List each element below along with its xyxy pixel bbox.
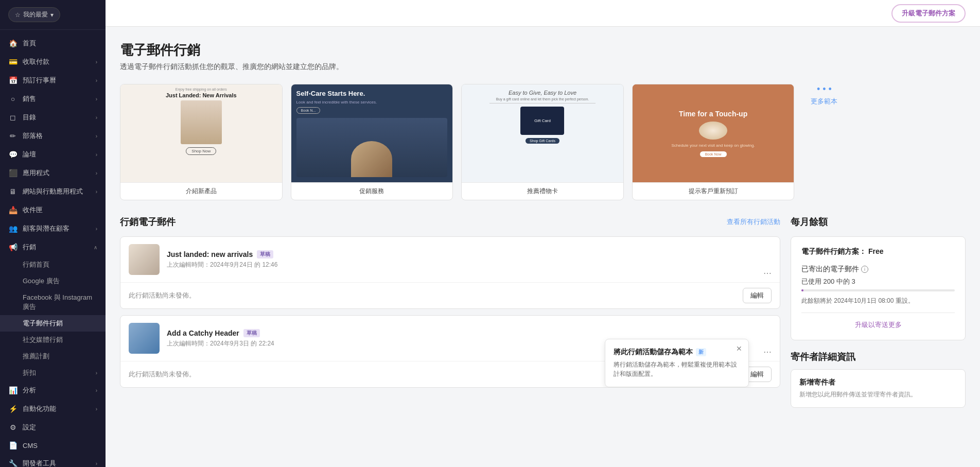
more-templates-link[interactable]: 更多範本	[811, 97, 837, 105]
sidebar-item-discounts[interactable]: 折扣›	[0, 365, 106, 381]
sidebar-item-label: 目錄	[23, 113, 36, 122]
sidebar-item-forum[interactable]: 💬 論壇 ›	[0, 145, 106, 164]
cms-icon: 📄	[8, 441, 18, 449]
upgrade-email-plan-button[interactable]: 升級電子郵件方案	[891, 4, 966, 23]
campaign-edit-button-1[interactable]: 編輯	[743, 288, 772, 303]
sidebar-item-label: 部落格	[23, 131, 43, 141]
sidebar-item-label: 網站與行動應用程式	[23, 187, 83, 196]
favorites-button[interactable]: ☆ 我的最愛 ▾	[8, 7, 60, 22]
sidebar-item-label: 論壇	[23, 150, 36, 159]
upgrade-link[interactable]: 升級以寄送更多	[801, 320, 955, 330]
sidebar-item-label: 行銷	[23, 243, 36, 252]
sidebar-item-label: CMS	[23, 442, 38, 449]
campaign-thumb-2	[129, 323, 160, 354]
template-card-self-care[interactable]: Self-Care Starts Here. Look and feel inc…	[291, 84, 453, 200]
sidebar-item-automation[interactable]: ⚡ 自動化功能 ›	[0, 400, 106, 418]
chevron-right-icon: ›	[96, 461, 97, 466]
template-card-new-arrivals[interactable]: Enjoy free shipping on all orders Just L…	[120, 84, 283, 200]
forum-icon: 💬	[8, 150, 18, 159]
template-preview-new-arrivals: Enjoy free shipping on all orders Just L…	[120, 84, 282, 182]
more-templates-link-container: • • • 更多範本	[802, 84, 846, 106]
preview-button-2[interactable]: 預覽	[355, 135, 388, 152]
info-icon[interactable]: i	[861, 266, 868, 273]
sidebar-item-referral[interactable]: 推薦計劃	[0, 348, 106, 365]
quota-progress-bar-fill	[801, 289, 803, 291]
use-template-button-4[interactable]: 使用範本	[691, 114, 736, 131]
sidebar-item-settings[interactable]: ⚙ 設定	[0, 418, 106, 437]
new-sender-title: 新增寄件者	[799, 378, 957, 387]
template-preview-self-care: Self-Care Starts Here. Look and feel inc…	[291, 84, 453, 182]
sidebar-item-web-mobile[interactable]: 🖥 網站與行動應用程式 ›	[0, 182, 106, 201]
campaign-title-1: Just landed: new arrivals 草稿	[167, 250, 772, 258]
sidebar-item-marketing[interactable]: 📢 行銷 ∧	[0, 238, 106, 256]
quota-reset-text: 此餘額將於 2024年10月1日 08:00 重設。	[801, 297, 955, 305]
use-template-button-3[interactable]: 使用範本	[520, 114, 565, 131]
popup-close-button[interactable]: ✕	[736, 344, 742, 353]
use-template-button[interactable]: 使用範本	[179, 114, 224, 131]
inbox-icon: 📥	[8, 206, 18, 214]
preview-button-4[interactable]: 預覽	[697, 135, 730, 152]
sidebar-item-label: 自動化功能	[23, 404, 56, 413]
sidebar-item-devtools[interactable]: 🔧 開發者工具 ›	[0, 454, 106, 467]
main-area: 升級電子郵件方案 電子郵件行銷 透過電子郵件行銷活動抓住您的觀眾、推廣您的網站並…	[106, 0, 980, 467]
sidebar-item-apps[interactable]: ⬛ 應用程式 ›	[0, 164, 106, 182]
sidebar-item-sales[interactable]: ○ 銷售 ›	[0, 90, 106, 108]
sidebar-item-label: 分析	[23, 386, 36, 395]
content-area: 電子郵件行銷 透過電子郵件行銷活動抓住您的觀眾、推廣您的網站並建立您的品牌。 E…	[106, 27, 980, 467]
template-label-3: 推薦禮物卡	[462, 182, 623, 200]
save-template-popup: ✕ 將此行銷活動儲存為範本 新 將行銷活動儲存為範本，輕鬆重複使用範本設計和版面…	[605, 339, 749, 387]
home-icon: 🏠	[8, 39, 18, 47]
view-all-campaigns-link[interactable]: 查看所有行銷活動	[727, 217, 780, 227]
campaign-footer-1: 此行銷活動尚未發佈。 編輯	[120, 282, 780, 308]
chevron-right-icon: ›	[96, 133, 97, 139]
preview-button[interactable]: 預覽	[185, 135, 218, 152]
sidebar-item-marketing-home[interactable]: 行銷首頁	[0, 256, 106, 273]
template-card-touch-up[interactable]: Time for a Touch-up Schedule your next v…	[632, 84, 795, 200]
chevron-right-icon: ›	[96, 78, 97, 83]
sidebar-item-facebook-instagram[interactable]: Facebook 與 Instagram 廣告	[0, 289, 106, 315]
popup-new-badge: 新	[696, 348, 706, 356]
sidebar-item-home[interactable]: 🏠 首頁	[0, 34, 106, 53]
chevron-right-icon: ›	[96, 115, 97, 120]
chevron-right-icon: ›	[96, 59, 97, 65]
bottom-section: 行銷電子郵件 查看所有行銷活動 Just landed: new arrival…	[120, 216, 966, 408]
use-template-button-2[interactable]: 使用範本	[349, 114, 394, 131]
sidebar-item-label: 銷售	[23, 94, 36, 103]
sidebar-item-cms[interactable]: 📄 CMS	[0, 437, 106, 454]
sidebar: ☆ 我的最愛 ▾ 🏠 首頁 💳 收取付款 › 📅 預訂行事曆 ›	[0, 0, 106, 467]
campaign-badge-1: 草稿	[257, 250, 273, 258]
payments-icon: 💳	[8, 58, 18, 66]
sidebar-item-catalog[interactable]: ◻ 目錄 ›	[0, 108, 106, 127]
chevron-down-icon: ▾	[50, 11, 54, 19]
quota-sent-label: 已寄出的電子郵件 i	[801, 265, 955, 274]
sidebar-item-payments[interactable]: 💳 收取付款 ›	[0, 53, 106, 71]
chevron-right-icon: ›	[96, 388, 97, 393]
template-card-gift-card[interactable]: Easy to Give, Easy to Love Buy a gift ca…	[461, 84, 624, 200]
sidebar-item-social-media[interactable]: 社交媒體行銷	[0, 332, 106, 348]
sidebar-item-inbox[interactable]: 📥 收件匣	[0, 201, 106, 219]
chevron-right-icon: ›	[96, 406, 97, 412]
campaign-menu-button-1[interactable]: ⋯	[763, 268, 772, 278]
preview-button-3[interactable]: 預覽	[526, 135, 559, 152]
customers-icon: 👥	[8, 224, 18, 233]
sidebar-item-label: 首頁	[23, 39, 36, 48]
page-subtitle: 透過電子郵件行銷活動抓住您的觀眾、推廣您的網站並建立您的品牌。	[120, 62, 966, 72]
automation-icon: ⚡	[8, 405, 18, 413]
quota-divider	[801, 313, 955, 313]
star-icon: ☆	[15, 11, 21, 19]
monthly-section: 每月餘額 電子郵件行銷方案： Free 已寄出的電子郵件 i 已使用 200 中…	[791, 216, 966, 408]
sidebar-item-bookings[interactable]: 📅 預訂行事曆 ›	[0, 71, 106, 90]
campaign-menu-button-2[interactable]: ⋯	[763, 347, 772, 356]
sidebar-item-analytics[interactable]: 📊 分析 ›	[0, 381, 106, 400]
sidebar-item-email-marketing[interactable]: 電子郵件行銷	[0, 315, 106, 332]
sales-icon: ○	[8, 95, 18, 103]
chevron-right-icon: ›	[96, 152, 97, 158]
blog-icon: ✏	[8, 132, 18, 140]
sidebar-item-google-ads[interactable]: Google 廣告	[0, 273, 106, 289]
monthly-header: 每月餘額	[791, 216, 966, 228]
sidebar-item-blog[interactable]: ✏ 部落格 ›	[0, 127, 106, 145]
sidebar-item-customers[interactable]: 👥 顧客與潛在顧客 ›	[0, 219, 106, 238]
sender-section: 寄件者詳細資訊 新增寄件者 新增您以此用郵件傳送並管理寄件者資訊。	[791, 351, 966, 408]
sidebar-item-label: 收取付款	[23, 57, 49, 66]
chevron-right-icon: ›	[96, 370, 97, 376]
